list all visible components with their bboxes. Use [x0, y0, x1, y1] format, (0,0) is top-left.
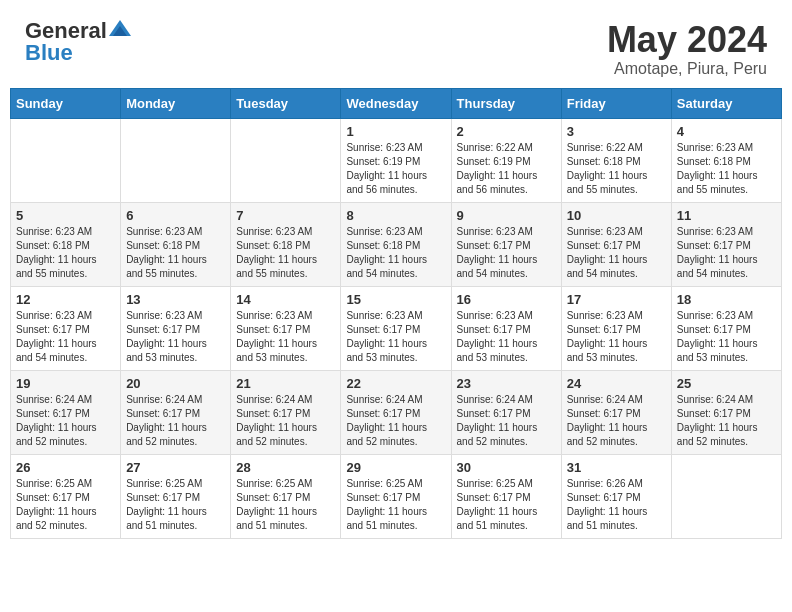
calendar-cell [671, 454, 781, 538]
calendar-cell: 21Sunrise: 6:24 AM Sunset: 6:17 PM Dayli… [231, 370, 341, 454]
day-info: Sunrise: 6:23 AM Sunset: 6:18 PM Dayligh… [126, 225, 225, 281]
day-number: 30 [457, 460, 556, 475]
day-info: Sunrise: 6:25 AM Sunset: 6:17 PM Dayligh… [346, 477, 445, 533]
logo: General Blue [25, 20, 131, 64]
day-info: Sunrise: 6:23 AM Sunset: 6:19 PM Dayligh… [346, 141, 445, 197]
calendar-cell: 8Sunrise: 6:23 AM Sunset: 6:18 PM Daylig… [341, 202, 451, 286]
calendar-cell: 14Sunrise: 6:23 AM Sunset: 6:17 PM Dayli… [231, 286, 341, 370]
day-info: Sunrise: 6:24 AM Sunset: 6:17 PM Dayligh… [16, 393, 115, 449]
day-number: 2 [457, 124, 556, 139]
day-number: 14 [236, 292, 335, 307]
title-block: May 2024 Amotape, Piura, Peru [607, 20, 767, 78]
day-number: 24 [567, 376, 666, 391]
calendar-cell: 19Sunrise: 6:24 AM Sunset: 6:17 PM Dayli… [11, 370, 121, 454]
week-row-5: 26Sunrise: 6:25 AM Sunset: 6:17 PM Dayli… [11, 454, 782, 538]
day-info: Sunrise: 6:22 AM Sunset: 6:18 PM Dayligh… [567, 141, 666, 197]
day-number: 28 [236, 460, 335, 475]
day-info: Sunrise: 6:23 AM Sunset: 6:17 PM Dayligh… [126, 309, 225, 365]
day-info: Sunrise: 6:23 AM Sunset: 6:17 PM Dayligh… [16, 309, 115, 365]
calendar-cell: 7Sunrise: 6:23 AM Sunset: 6:18 PM Daylig… [231, 202, 341, 286]
calendar-cell: 24Sunrise: 6:24 AM Sunset: 6:17 PM Dayli… [561, 370, 671, 454]
calendar-body: 1Sunrise: 6:23 AM Sunset: 6:19 PM Daylig… [11, 118, 782, 538]
day-info: Sunrise: 6:25 AM Sunset: 6:17 PM Dayligh… [236, 477, 335, 533]
logo-general: General [25, 20, 107, 42]
day-info: Sunrise: 6:26 AM Sunset: 6:17 PM Dayligh… [567, 477, 666, 533]
day-info: Sunrise: 6:23 AM Sunset: 6:17 PM Dayligh… [236, 309, 335, 365]
calendar-cell: 12Sunrise: 6:23 AM Sunset: 6:17 PM Dayli… [11, 286, 121, 370]
day-info: Sunrise: 6:23 AM Sunset: 6:18 PM Dayligh… [346, 225, 445, 281]
calendar-cell: 25Sunrise: 6:24 AM Sunset: 6:17 PM Dayli… [671, 370, 781, 454]
calendar-cell: 31Sunrise: 6:26 AM Sunset: 6:17 PM Dayli… [561, 454, 671, 538]
day-info: Sunrise: 6:23 AM Sunset: 6:17 PM Dayligh… [677, 309, 776, 365]
day-number: 29 [346, 460, 445, 475]
week-row-3: 12Sunrise: 6:23 AM Sunset: 6:17 PM Dayli… [11, 286, 782, 370]
week-row-1: 1Sunrise: 6:23 AM Sunset: 6:19 PM Daylig… [11, 118, 782, 202]
day-info: Sunrise: 6:23 AM Sunset: 6:17 PM Dayligh… [457, 225, 556, 281]
day-number: 26 [16, 460, 115, 475]
day-number: 9 [457, 208, 556, 223]
calendar-cell: 1Sunrise: 6:23 AM Sunset: 6:19 PM Daylig… [341, 118, 451, 202]
col-header-wednesday: Wednesday [341, 88, 451, 118]
calendar-cell: 27Sunrise: 6:25 AM Sunset: 6:17 PM Dayli… [121, 454, 231, 538]
calendar-cell [11, 118, 121, 202]
day-info: Sunrise: 6:23 AM Sunset: 6:17 PM Dayligh… [567, 225, 666, 281]
calendar-cell: 11Sunrise: 6:23 AM Sunset: 6:17 PM Dayli… [671, 202, 781, 286]
calendar-cell: 17Sunrise: 6:23 AM Sunset: 6:17 PM Dayli… [561, 286, 671, 370]
day-info: Sunrise: 6:25 AM Sunset: 6:17 PM Dayligh… [457, 477, 556, 533]
calendar-cell: 30Sunrise: 6:25 AM Sunset: 6:17 PM Dayli… [451, 454, 561, 538]
day-number: 11 [677, 208, 776, 223]
calendar-cell: 16Sunrise: 6:23 AM Sunset: 6:17 PM Dayli… [451, 286, 561, 370]
calendar-cell: 28Sunrise: 6:25 AM Sunset: 6:17 PM Dayli… [231, 454, 341, 538]
day-number: 8 [346, 208, 445, 223]
day-info: Sunrise: 6:23 AM Sunset: 6:17 PM Dayligh… [457, 309, 556, 365]
calendar-table: SundayMondayTuesdayWednesdayThursdayFrid… [10, 88, 782, 539]
day-info: Sunrise: 6:24 AM Sunset: 6:17 PM Dayligh… [236, 393, 335, 449]
col-header-friday: Friday [561, 88, 671, 118]
day-info: Sunrise: 6:24 AM Sunset: 6:17 PM Dayligh… [346, 393, 445, 449]
day-number: 4 [677, 124, 776, 139]
day-info: Sunrise: 6:23 AM Sunset: 6:17 PM Dayligh… [677, 225, 776, 281]
logo-blue: Blue [25, 40, 73, 65]
day-number: 5 [16, 208, 115, 223]
day-number: 21 [236, 376, 335, 391]
header-row: SundayMondayTuesdayWednesdayThursdayFrid… [11, 88, 782, 118]
day-number: 10 [567, 208, 666, 223]
day-number: 3 [567, 124, 666, 139]
day-info: Sunrise: 6:24 AM Sunset: 6:17 PM Dayligh… [567, 393, 666, 449]
day-info: Sunrise: 6:23 AM Sunset: 6:17 PM Dayligh… [567, 309, 666, 365]
logo-icon [109, 18, 131, 40]
calendar-cell: 13Sunrise: 6:23 AM Sunset: 6:17 PM Dayli… [121, 286, 231, 370]
calendar-cell [231, 118, 341, 202]
day-number: 18 [677, 292, 776, 307]
day-number: 15 [346, 292, 445, 307]
col-header-saturday: Saturday [671, 88, 781, 118]
page-header: General Blue May 2024 Amotape, Piura, Pe… [10, 10, 782, 83]
day-number: 6 [126, 208, 225, 223]
calendar-cell: 10Sunrise: 6:23 AM Sunset: 6:17 PM Dayli… [561, 202, 671, 286]
main-title: May 2024 [607, 20, 767, 60]
week-row-4: 19Sunrise: 6:24 AM Sunset: 6:17 PM Dayli… [11, 370, 782, 454]
day-number: 22 [346, 376, 445, 391]
day-number: 16 [457, 292, 556, 307]
calendar-cell: 4Sunrise: 6:23 AM Sunset: 6:18 PM Daylig… [671, 118, 781, 202]
day-info: Sunrise: 6:24 AM Sunset: 6:17 PM Dayligh… [677, 393, 776, 449]
day-number: 20 [126, 376, 225, 391]
calendar-cell: 22Sunrise: 6:24 AM Sunset: 6:17 PM Dayli… [341, 370, 451, 454]
subtitle: Amotape, Piura, Peru [607, 60, 767, 78]
day-number: 7 [236, 208, 335, 223]
day-number: 13 [126, 292, 225, 307]
calendar-cell [121, 118, 231, 202]
calendar-cell: 3Sunrise: 6:22 AM Sunset: 6:18 PM Daylig… [561, 118, 671, 202]
day-info: Sunrise: 6:25 AM Sunset: 6:17 PM Dayligh… [16, 477, 115, 533]
calendar-cell: 6Sunrise: 6:23 AM Sunset: 6:18 PM Daylig… [121, 202, 231, 286]
calendar-cell: 18Sunrise: 6:23 AM Sunset: 6:17 PM Dayli… [671, 286, 781, 370]
calendar-cell: 5Sunrise: 6:23 AM Sunset: 6:18 PM Daylig… [11, 202, 121, 286]
calendar-cell: 9Sunrise: 6:23 AM Sunset: 6:17 PM Daylig… [451, 202, 561, 286]
col-header-thursday: Thursday [451, 88, 561, 118]
calendar-header: SundayMondayTuesdayWednesdayThursdayFrid… [11, 88, 782, 118]
day-number: 1 [346, 124, 445, 139]
day-info: Sunrise: 6:23 AM Sunset: 6:17 PM Dayligh… [346, 309, 445, 365]
day-info: Sunrise: 6:24 AM Sunset: 6:17 PM Dayligh… [457, 393, 556, 449]
calendar-cell: 26Sunrise: 6:25 AM Sunset: 6:17 PM Dayli… [11, 454, 121, 538]
day-number: 25 [677, 376, 776, 391]
